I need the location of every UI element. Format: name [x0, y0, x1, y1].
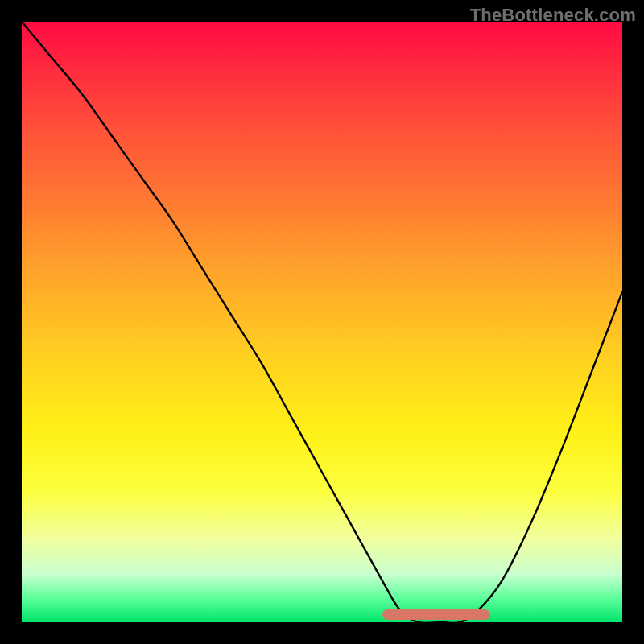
curve-path — [22, 22, 622, 622]
plot-area — [22, 22, 622, 622]
baseline-marker — [382, 609, 490, 620]
watermark-text: TheBottleneck.com — [470, 5, 636, 26]
chart-frame: TheBottleneck.com — [0, 0, 644, 644]
bottleneck-curve — [22, 22, 622, 622]
